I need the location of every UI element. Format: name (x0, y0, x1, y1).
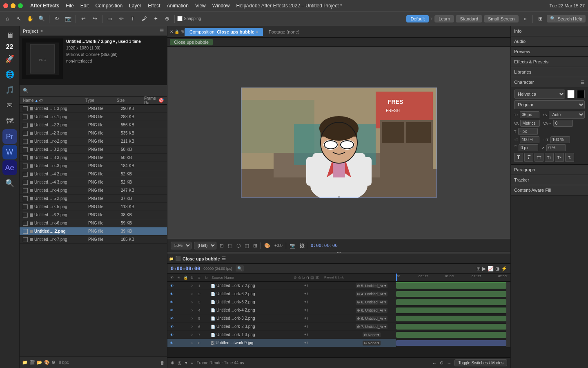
dock-launchpad[interactable]: 🚀 (2, 52, 17, 66)
list-item[interactable]: Untitled…rk-6.png PNG file 59 KB (20, 219, 167, 227)
panel-toggle[interactable]: ⊞ (535, 14, 545, 24)
section-preview-header[interactable]: Preview (511, 47, 588, 56)
text-tool[interactable]: T (128, 14, 138, 24)
layer-eye[interactable]: 👁 (167, 284, 176, 288)
graph-editor-btn[interactable]: 📈 (488, 266, 494, 272)
hand-tool[interactable]: ✋ (25, 14, 35, 24)
list-item[interactable]: Untitled…-2 3.png PNG file 535 KB (20, 129, 167, 137)
zoom-tool[interactable]: 🔍 (37, 14, 47, 24)
dock-finder[interactable]: 🖥 (2, 28, 17, 43)
menu-edit[interactable]: Edit (77, 2, 92, 9)
layer-parent[interactable]: ⊛ 6. Untitled_Ar ▾ (347, 308, 396, 313)
fit-to-comp[interactable]: ⊡ (219, 242, 225, 249)
layer-expand[interactable]: ▷ (189, 316, 195, 320)
section-content-aware-header[interactable]: Content-Aware Fill (511, 185, 588, 195)
parent-dropdown[interactable]: ⊛ None ▾ (363, 332, 381, 337)
comp-btn[interactable]: 🎬 (29, 360, 35, 365)
col-name[interactable]: Name ▲ 🏷 (21, 98, 84, 103)
list-item[interactable]: Untitled…rk-5.png PNG file 113 KB (20, 203, 167, 211)
layer-parent[interactable]: ⊛ 7. Untitled_Ar ▾ (347, 324, 396, 329)
menu-view[interactable]: View (192, 2, 209, 9)
home-button[interactable]: ⌂ (2, 14, 12, 24)
parent-dropdown[interactable]: ⊛ 6. Untitled_Ar ▾ (356, 316, 388, 321)
go-to-time[interactable]: ⊙ (440, 360, 443, 366)
motion-blur-btn[interactable]: ◑ (495, 266, 499, 272)
font-size-input[interactable] (520, 111, 539, 118)
timeline-search-btn[interactable]: 🔍 (236, 265, 244, 272)
layer-pin[interactable]: ⌖ (304, 324, 306, 329)
layer-parent[interactable]: ⊛ 6. Untitled_Ar ▾ (347, 300, 396, 305)
section-character-menu[interactable]: ☰ (581, 80, 585, 85)
toggle-3d[interactable]: ⬡ (236, 242, 241, 249)
list-item[interactable]: Untitled…-2 2.png PNG file 556 KB (20, 121, 167, 129)
layer-parent[interactable]: ⊛ 6. Untitled_Ar ▾ (347, 316, 396, 321)
list-item[interactable]: Untitled…rk-4.png PNG file 247 KB (20, 186, 167, 195)
show-snapshot[interactable]: 🖼 (299, 242, 305, 249)
section-tracker-header[interactable]: Tracker (511, 175, 588, 185)
layer-parent[interactable]: ⊛ None ▾ (347, 332, 396, 337)
delete-btn[interactable]: 🗑 (160, 360, 165, 365)
solo-btn[interactable]: ◎ (178, 360, 182, 366)
reset-exposure[interactable]: ◫ (244, 242, 250, 249)
layer-expand[interactable]: ▷ (189, 284, 195, 287)
section-effects-header[interactable]: Effects & Presets (511, 57, 588, 67)
style-faux-bold[interactable]: T (514, 153, 523, 162)
list-item[interactable]: Untitled…rk-1.png PNG file 288 KB (20, 113, 167, 121)
list-item[interactable]: Untitled…-4 2.png PNG file 52 KB (20, 170, 167, 178)
toggle-transparency[interactable]: ⬚ (227, 242, 233, 249)
parent-dropdown[interactable]: ⊛ 6. Untitled_Ar ▾ (356, 308, 388, 313)
nav-right[interactable]: → (447, 361, 451, 366)
list-item[interactable]: Untitled…-5 2.png PNG file 37 KB (20, 195, 167, 203)
kerning-input[interactable] (520, 120, 540, 127)
dock-music[interactable]: 🎵 (2, 83, 17, 97)
layer-row[interactable]: 👁 ▷ 5 📄 Untitled…ork-3 2.png ⌖ / (167, 314, 396, 323)
folder-btn[interactable]: 📂 (37, 360, 42, 365)
dock-finder2[interactable]: 🔍 (2, 176, 17, 191)
layer-expand[interactable]: ▷ (189, 300, 195, 304)
clone-tool[interactable]: ✦ (151, 14, 160, 24)
layer-row[interactable]: 👁 ▷ 7 📄 Untitled…ork-1 3.png ⌖ / (167, 331, 396, 339)
stroke-color-btn[interactable] (577, 90, 585, 98)
dock-mail[interactable]: ✉ (2, 98, 17, 113)
puppet-tool[interactable]: ⊕ (162, 14, 172, 24)
pen-tool[interactable]: ✏ (116, 14, 126, 24)
quality-select[interactable]: (Half) (194, 242, 216, 249)
menu-aftereffects[interactable]: After Effects (27, 2, 62, 9)
rotate-tool[interactable]: ↻ (52, 14, 62, 24)
list-item[interactable]: Untitled…rk-2.png PNG file 211 KB (20, 137, 167, 146)
vert-scale-input[interactable] (520, 136, 539, 143)
stroke-color-swatch[interactable] (577, 90, 584, 98)
layer-eye[interactable]: 👁 (167, 316, 176, 321)
close-ups-bubble-tab[interactable]: Close ups bubble (170, 39, 213, 45)
layer-row[interactable]: 👁 ▷ 4 📄 Untitled…ork-4 2.png ⌖ / (167, 306, 396, 314)
parent-dropdown[interactable]: ⊛ 5. Untitled_Ar ▾ (356, 283, 388, 288)
col-frame[interactable]: Frame Ra... (143, 96, 158, 105)
project-search-bar[interactable]: 🔍 (20, 85, 167, 96)
bit-depth[interactable]: 8 bpc (59, 360, 69, 365)
section-libraries-header[interactable]: Libraries (511, 67, 588, 77)
dock-maps[interactable]: 🗺 (2, 114, 17, 128)
font-color-swatch[interactable] (567, 90, 575, 98)
section-audio-header[interactable]: Audio (511, 36, 588, 46)
close-button[interactable] (3, 3, 8, 8)
search-help-bar[interactable]: 🔍 Search Help (547, 15, 586, 22)
add-marker-btn[interactable]: ⊕ (171, 360, 174, 366)
nav-left[interactable]: ← (432, 361, 437, 366)
section-info-header[interactable]: Info (511, 26, 588, 36)
menu-layer[interactable]: Layer (126, 2, 145, 9)
traffic-lights[interactable] (3, 3, 23, 8)
close-comp-tab[interactable]: ✕ (170, 29, 173, 34)
menu-animation[interactable]: Animation (164, 2, 192, 9)
layer-row[interactable]: 👁 ▷ 8 🖼 Untitled…twork 9.jpg ⌖ / (167, 339, 396, 347)
layer-eye[interactable]: 👁 (167, 308, 176, 312)
col-type[interactable]: Type (84, 98, 115, 103)
menu-effect[interactable]: Effect (145, 2, 163, 9)
list-item[interactable]: Untitled…-1 3.png PNG file 290 KB (20, 105, 167, 113)
composition-mini-btn[interactable]: ⊞ (477, 266, 481, 272)
baseline-shift-input[interactable] (546, 144, 566, 151)
import-btn[interactable]: 📁 (22, 360, 28, 365)
collapse-btn[interactable]: ▾ (185, 360, 187, 366)
section-paragraph-header[interactable]: Paragraph (511, 165, 588, 175)
comp-menu-btn[interactable]: ☰ (222, 256, 226, 261)
panel-menu-button[interactable]: ☰ (160, 28, 164, 34)
